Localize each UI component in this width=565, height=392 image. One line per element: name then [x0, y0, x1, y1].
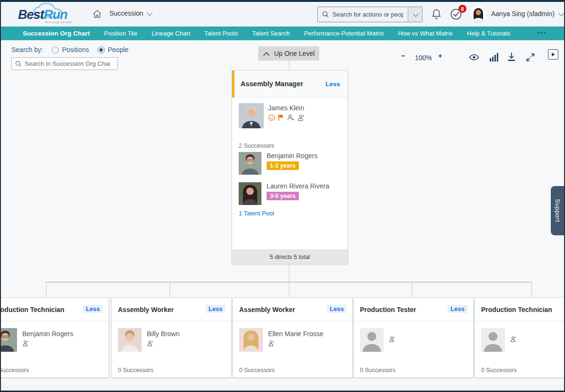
position-card-assembly-worker[interactable]: Assembly Worker Less Billy Brown: [111, 297, 232, 378]
person-star-icon[interactable]: [268, 340, 275, 347]
download-button[interactable]: [507, 53, 516, 62]
todo-button[interactable]: 8: [450, 8, 462, 22]
radio-people[interactable]: People: [98, 46, 129, 53]
connector-line: [412, 282, 413, 297]
video-guide-icon: [551, 52, 556, 57]
successor-photo[interactable]: [239, 152, 261, 175]
position-card-production-technician[interactable]: Production Technician Less Benjamin Roge…: [1, 297, 109, 378]
readiness-badge: 1-2 years: [267, 161, 299, 170]
vacant-position-placeholder[interactable]: [360, 328, 384, 352]
radio-positions-control[interactable]: [52, 46, 59, 53]
tab-performance-potential-matrix[interactable]: Performance-Potential Matrix: [304, 30, 384, 37]
app-header: BestRun Run simply with SAP Succession: [1, 2, 564, 27]
position-card-assembly-manager[interactable]: Assembly Manager Less James Klein: [232, 70, 348, 264]
position-card-production-tester[interactable]: Production Tester Less 0 Successors: [353, 297, 474, 378]
less-toggle-link[interactable]: Less: [206, 305, 225, 313]
home-icon[interactable]: [92, 9, 102, 19]
position-title: Assembly Manager: [241, 80, 303, 88]
person-star-icon[interactable]: [147, 340, 153, 347]
zoom-level: 100%: [412, 54, 435, 62]
incumbent-photo[interactable]: [239, 103, 264, 128]
incumbent-photo[interactable]: [118, 328, 142, 352]
directs-footer[interactable]: 5 directs 5 total: [232, 249, 348, 264]
avatar-photo: [470, 6, 486, 22]
radio-positions[interactable]: Positions: [52, 46, 89, 53]
zoom-out-button[interactable]: −: [401, 52, 405, 60]
bar-chart-icon: [489, 53, 499, 62]
up-one-level-button[interactable]: Up One Level: [258, 46, 319, 61]
successor-name[interactable]: Benjamin Rogers: [267, 152, 317, 160]
successors-count: 0 Successors: [481, 367, 517, 374]
fullscreen-icon: [526, 53, 535, 62]
org-chart-search-input[interactable]: [25, 60, 110, 67]
less-toggle-link[interactable]: Less: [83, 305, 103, 313]
less-toggle-link[interactable]: Less: [448, 305, 467, 313]
search-scope-dropdown[interactable]: [408, 7, 422, 22]
person-star-icon[interactable]: [297, 114, 305, 121]
position-card-header: Production Technician Less: [1, 298, 108, 321]
position-card-header: Assembly Worker Less: [233, 298, 352, 321]
bestrun-logo[interactable]: BestRun Run simply with SAP: [17, 3, 81, 26]
search-by-group: Search by: Positions People: [11, 46, 128, 53]
tab-position-tile[interactable]: Position Tile: [104, 30, 137, 37]
successor-name[interactable]: Lauren Rivera Rivera: [267, 182, 329, 190]
incumbent-name[interactable]: Benjamin Rogers: [22, 330, 73, 338]
talent-pool-link[interactable]: 1 Talent Pool: [239, 210, 274, 217]
nav-overflow-button[interactable]: •••: [538, 29, 547, 36]
incumbent-photo[interactable]: [1, 328, 17, 352]
view-options-button[interactable]: [469, 53, 478, 62]
tab-how-vs-what-matrix[interactable]: How vs What Matrix: [398, 30, 453, 37]
tab-talent-search[interactable]: Talent Search: [252, 30, 290, 37]
incumbent-status-icons: [510, 336, 517, 342]
less-toggle-link[interactable]: Less: [327, 305, 347, 313]
search-icon: [322, 11, 329, 18]
eye-icon: [469, 53, 479, 62]
position-title: Assembly Worker: [118, 306, 174, 313]
flag-icon[interactable]: [278, 114, 284, 121]
tab-succession-org-chart[interactable]: Succession Org Chart: [23, 30, 90, 37]
support-tab-label: Support: [554, 199, 561, 222]
vacant-position-placeholder[interactable]: [481, 328, 505, 352]
successor-photo[interactable]: [239, 182, 261, 205]
tab-lineage-chart[interactable]: Lineage Chart: [152, 30, 190, 37]
person-star-icon[interactable]: [22, 340, 29, 347]
radio-people-control[interactable]: [98, 46, 105, 53]
connector-line: [289, 264, 289, 282]
user-avatar[interactable]: [470, 6, 486, 22]
user-name: Aanya Sing (sfadmin): [491, 10, 555, 18]
notifications-button[interactable]: [431, 9, 442, 22]
tab-help-tutorials[interactable]: Help & Tutorials: [467, 30, 511, 37]
person-placeholder-icon: [360, 328, 384, 352]
support-tab[interactable]: Support: [551, 186, 564, 235]
smiley-icon[interactable]: [268, 114, 275, 121]
video-guide-button[interactable]: [548, 49, 558, 60]
analytics-button[interactable]: [489, 53, 499, 62]
tab-talent-pools[interactable]: Talent Pools: [205, 30, 238, 37]
incumbent-status-icons: [389, 336, 395, 342]
incumbent-photo[interactable]: [239, 328, 263, 352]
position-card-header: Production Technician: [475, 298, 564, 321]
user-menu[interactable]: Aanya Sing (sfadmin): [491, 10, 563, 18]
search-by-label: Search by:: [11, 46, 43, 53]
person-star-icon[interactable]: [510, 336, 517, 342]
search-icon: [15, 61, 22, 67]
zoom-in-button[interactable]: +: [438, 52, 442, 60]
incumbent-name[interactable]: James Klein: [268, 104, 304, 112]
incumbent-name[interactable]: Ellen Marie Frosse: [268, 330, 323, 338]
global-search-input[interactable]: [332, 11, 404, 18]
less-toggle-link[interactable]: Less: [325, 80, 340, 88]
person-star-icon[interactable]: [389, 336, 395, 342]
position-title: Assembly Worker: [239, 306, 295, 313]
module-picker[interactable]: Succession: [109, 9, 151, 17]
add-nomination-icon[interactable]: [287, 114, 295, 121]
logo-tagline: Run simply with SAP: [45, 21, 72, 24]
incumbent-name[interactable]: Billy Brown: [147, 330, 179, 338]
org-chart-search-field[interactable]: [11, 57, 118, 70]
global-search-field[interactable]: [318, 7, 408, 22]
position-card-assembly-worker[interactable]: Assembly Worker Less Ellen Marie Frosse: [233, 297, 353, 378]
fullscreen-button[interactable]: [526, 53, 535, 62]
incumbent-status-icons: [147, 340, 153, 347]
app-window: BestRun Run simply with SAP Succession: [0, 0, 565, 392]
position-card-production-technician[interactable]: Production Technician 0 Successors: [475, 297, 564, 378]
position-card-header: Production Tester Less: [354, 298, 473, 321]
